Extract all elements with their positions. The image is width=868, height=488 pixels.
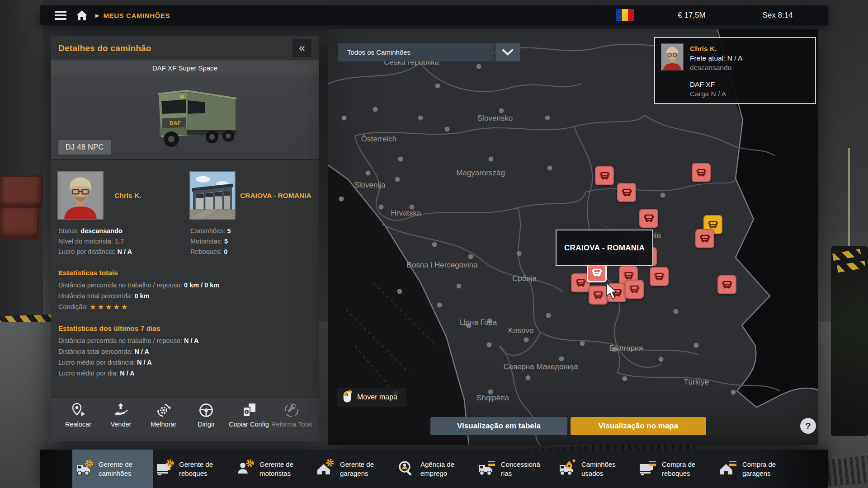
status-value: descansando: [80, 227, 123, 235]
collapse-panel-button[interactable]: «: [292, 39, 311, 57]
country-label: Magyarország: [456, 169, 505, 178]
truck-marker[interactable]: [639, 209, 658, 228]
top-bar: ▶ MEUS CAMINHÕES € 17,5M Sex 8:14: [40, 5, 828, 25]
city-dot: [499, 108, 504, 113]
breadcrumb-arrow-icon: ▶: [95, 13, 99, 19]
stat-row: Lucro médio por dia: N / A: [58, 368, 311, 379]
nav-used-trucks[interactable]: Caminhõesusados: [555, 450, 636, 488]
overhaul-wrench-icon: [283, 402, 300, 418]
stat-row: Lucro médio por distância: N / A: [58, 357, 311, 368]
nav-label: Caminhõesusados: [581, 460, 616, 478]
city-dot: [546, 313, 551, 318]
active-driver-card[interactable]: Chris K. Frete atual: N / A descansando …: [654, 37, 816, 104]
garage-manager-icon: [316, 459, 335, 479]
game-time: Sex 8:14: [737, 5, 818, 25]
mouse-icon: [342, 390, 353, 404]
city-dot: [659, 357, 664, 362]
nav-label: Concessionárias: [501, 460, 540, 478]
driver-name[interactable]: Chris K.: [114, 191, 141, 200]
home-icon[interactable]: [76, 10, 87, 20]
country-label: Kosovo: [508, 326, 534, 335]
stats-week-rows: Distância percorrida no trabalho / repou…: [58, 335, 311, 379]
nav-trailer-manager[interactable]: Gerente dereboques: [153, 450, 233, 488]
garage-trucks-value: 5: [227, 227, 231, 235]
city-dot: [397, 289, 402, 294]
truck-marker[interactable]: [650, 267, 669, 286]
license-plate: DJ 48 NPC: [58, 140, 111, 155]
action-label: Copiar Config: [229, 421, 269, 428]
copiar-config-button[interactable]: Copiar Config: [228, 402, 270, 441]
nav-garage-purchase[interactable]: Compra degaragens: [716, 450, 797, 488]
crate: [0, 207, 39, 239]
stat-row: Distância total percorrida: N / A: [58, 346, 311, 357]
stats-total-rows: Distância percorrida no trabalho / repou…: [58, 280, 311, 301]
svg-text:DAF: DAF: [170, 120, 181, 127]
stat-row: Distância percorrida no trabalho / repou…: [58, 280, 311, 291]
action-label: Melhorar: [151, 421, 176, 428]
garage-summary: CRAIOVA - ROMANIA Caminhões: 5 Motorista…: [190, 172, 311, 257]
nav-label: Gerente decaminhões: [99, 460, 132, 478]
melhorar-button[interactable]: Melhorar: [143, 402, 184, 441]
country-label: Österreich: [361, 135, 396, 144]
stat-row: Distância percorrida no trabalho / repou…: [58, 335, 311, 346]
garage-trailers-label: Reboques:: [190, 248, 222, 255]
country-label: Црна Гора: [460, 318, 497, 327]
trailer-manager-icon: [155, 459, 175, 479]
city-dot: [489, 157, 494, 162]
garage-drivers-value: 5: [224, 238, 228, 245]
truck-marker[interactable]: [695, 229, 714, 248]
truck-marker[interactable]: [625, 280, 644, 299]
city-dot: [524, 338, 529, 343]
stats-week-title: Estatísticas dos últimos 7 dias: [58, 324, 311, 333]
city-dot: [432, 242, 437, 247]
garage-name[interactable]: CRAIOVA - ROMANIA: [240, 191, 311, 200]
help-button[interactable]: ?: [800, 418, 816, 434]
city-dot: [418, 116, 423, 121]
garage-trucks-label: Caminhões:: [190, 227, 225, 235]
nav-trailer-purchase[interactable]: Compra dereboques: [636, 450, 716, 488]
condition-label: Condição:: [58, 303, 88, 310]
nav-dealership[interactable]: Concessionárias: [475, 450, 555, 488]
truck-manager-icon: [74, 459, 94, 479]
map-view-button[interactable]: Visualização no mapa: [571, 417, 706, 435]
relocate-pin-icon: [70, 402, 86, 418]
country-label: Hrvatska: [391, 209, 421, 218]
nav-label: Gerente dereboques: [179, 460, 213, 478]
city-dot: [373, 107, 378, 112]
menu-icon[interactable]: [55, 11, 66, 20]
truck-marker[interactable]: [717, 275, 736, 294]
city-dot: [476, 64, 481, 69]
truck-image: DAF DJ 48 NPC: [51, 75, 319, 159]
city-dot: [468, 254, 473, 259]
nav-job-agency[interactable]: Agência deemprego: [394, 450, 475, 488]
truck-render: DAF: [119, 77, 255, 157]
vender-button[interactable]: Vender: [100, 402, 142, 441]
move-map-label: Mover mapa: [357, 393, 397, 401]
mouse-cursor-icon: [604, 282, 618, 302]
table-view-button[interactable]: Visualização em tabela: [430, 417, 567, 435]
breadcrumb: MEUS CAMINHÕES: [103, 12, 170, 19]
action-label: Vender: [110, 421, 131, 428]
country-label: Slovensko: [477, 114, 513, 123]
garage-wall: [0, 0, 43, 316]
dirigir-button[interactable]: Dirigir: [185, 402, 227, 441]
steering-wheel-icon: [198, 402, 214, 418]
realocar-button[interactable]: Realocar: [57, 402, 99, 441]
nav-label: Compra degaragens: [742, 460, 776, 478]
truck-marker[interactable]: [692, 163, 711, 182]
truck-filter-dropdown[interactable]: Todos os Caminhões: [338, 43, 494, 61]
city-dot: [545, 116, 550, 121]
city-dot: [435, 84, 440, 89]
nav-driver-manager[interactable]: Gerente demotoristas: [233, 450, 314, 488]
profit-per-distance-label: Lucro por distância:: [58, 248, 116, 255]
card-freight: Frete atual: N / A: [690, 53, 742, 63]
city-dot: [437, 303, 442, 308]
truck-marker[interactable]: [595, 166, 614, 185]
card-status: descansando: [690, 63, 742, 72]
chevron-down-icon[interactable]: [495, 43, 520, 61]
nav-truck-manager[interactable]: Gerente decaminhões: [72, 450, 153, 488]
trailer-purchase-icon: [637, 459, 657, 479]
sell-hand-icon: [113, 402, 129, 418]
truck-marker[interactable]: [617, 183, 636, 202]
nav-garage-manager[interactable]: Gerente degaragens: [314, 450, 394, 488]
